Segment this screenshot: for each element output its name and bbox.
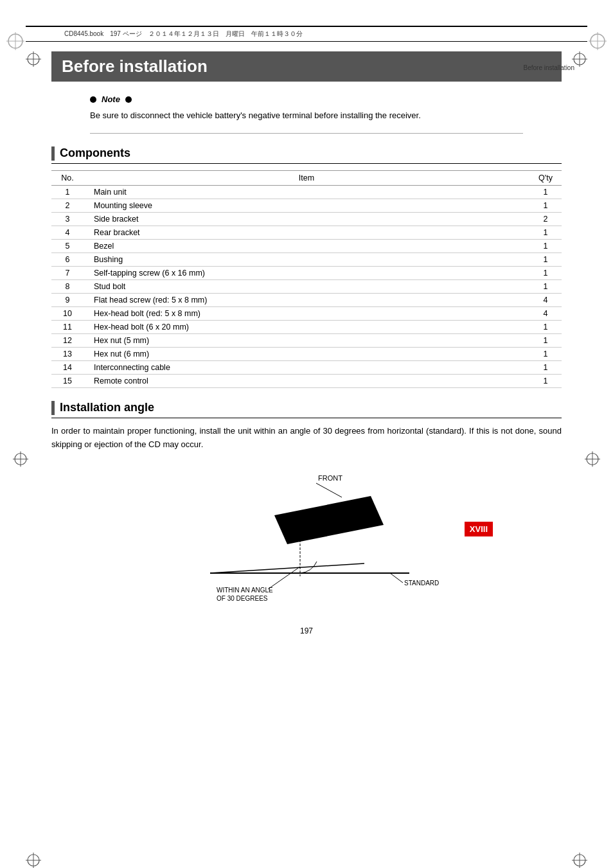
cell-no: 6	[51, 252, 84, 266]
cell-qty: 1	[529, 252, 562, 266]
corner-mark-tl	[6, 32, 24, 50]
cell-qty: 1	[529, 333, 562, 347]
cell-item: Bezel	[84, 239, 529, 252]
col-header-no: No.	[51, 170, 84, 185]
table-row: 14Interconnecting cable1	[51, 360, 562, 374]
header-label-text: Before installation	[524, 64, 575, 71]
cell-no: 4	[51, 226, 84, 239]
side-mark-right	[583, 450, 601, 470]
page-number: 197	[51, 626, 562, 635]
cell-no: 3	[51, 212, 84, 226]
svg-text:STANDARD: STANDARD	[404, 580, 439, 587]
table-row: 1Main unit1	[51, 185, 562, 199]
table-row: 3Side bracket2	[51, 212, 562, 226]
cell-no: 5	[51, 239, 84, 252]
cell-item: Stud bolt	[84, 279, 529, 293]
components-header: Components	[51, 146, 562, 164]
cell-item: Remote control	[84, 374, 529, 387]
cell-item: Rear bracket	[84, 226, 529, 239]
cell-qty: 1	[529, 360, 562, 374]
installation-angle-section: Installation angle In order to maintain …	[51, 401, 562, 608]
svg-text:FRONT: FRONT	[318, 474, 342, 482]
cell-qty: 1	[529, 320, 562, 333]
cell-qty: 1	[529, 199, 562, 212]
main-title: Before installation	[51, 51, 562, 82]
cell-qty: 1	[529, 279, 562, 293]
cell-qty: 1	[529, 347, 562, 360]
angle-diagram-svg: FRONT WITHIN AN ANGLE OF 30	[172, 464, 441, 605]
corner-mark-tr	[589, 32, 607, 50]
svg-line-32	[316, 483, 342, 497]
cell-qty: 1	[529, 266, 562, 279]
diagram-container: FRONT WITHIN AN ANGLE OF 30	[51, 464, 562, 607]
table-row: 4Rear bracket1	[51, 226, 562, 239]
col-header-item: Item	[84, 170, 529, 185]
note-label: Note	[102, 94, 120, 104]
table-row: 9Flat head screw (red: 5 x 8 mm)4	[51, 293, 562, 306]
cell-qty: 1	[529, 226, 562, 239]
xviii-badge: XVIII	[465, 522, 493, 536]
section-bar-angle	[51, 401, 55, 415]
inner-corner-mark-tl	[24, 50, 42, 68]
svg-marker-31	[274, 496, 384, 544]
cell-item: Self-tapping screw (6 x 16 mm)	[84, 266, 529, 279]
cell-item: Bushing	[84, 252, 529, 266]
cell-qty: 1	[529, 239, 562, 252]
cell-no: 1	[51, 185, 84, 199]
section-bar-components	[51, 146, 55, 161]
svg-line-40	[390, 573, 403, 583]
cell-no: 8	[51, 279, 84, 293]
components-table: No. Item Q'ty 1Main unit12Mounting sleev…	[51, 170, 562, 388]
side-mark-left	[12, 450, 30, 470]
table-row: 2Mounting sleeve1	[51, 199, 562, 212]
angle-header: Installation angle	[51, 401, 562, 418]
angle-title: Installation angle	[60, 401, 154, 414]
table-row: 11Hex-head bolt (6 x 20 mm)1	[51, 320, 562, 333]
cell-item: Main unit	[84, 185, 529, 199]
svg-text:OF 30 DEGREES: OF 30 DEGREES	[217, 595, 268, 602]
page: CD8445.book 197 ページ ２０１４年１２月１３日 月曜日 午前１１…	[0, 26, 613, 868]
header-right-label: Before installation	[524, 64, 575, 71]
cell-item: Hex nut (5 mm)	[84, 333, 529, 347]
angle-text: In order to maintain proper functioning,…	[51, 425, 562, 452]
note-dot-left	[90, 96, 96, 103]
col-header-qty: Q'ty	[529, 170, 562, 185]
note-text: Be sure to disconnect the vehicle batter…	[90, 109, 523, 123]
cell-no: 14	[51, 360, 84, 374]
table-row: 8Stud bolt1	[51, 279, 562, 293]
cell-qty: 4	[529, 306, 562, 320]
cell-item: Hex nut (6 mm)	[84, 347, 529, 360]
svg-line-35	[210, 563, 364, 573]
cell-no: 2	[51, 199, 84, 212]
cell-item: Hex-head bolt (red: 5 x 8 mm)	[84, 306, 529, 320]
components-title: Components	[60, 146, 130, 160]
svg-line-37	[268, 567, 300, 589]
cell-item: Hex-head bolt (6 x 20 mm)	[84, 320, 529, 333]
diagram: FRONT WITHIN AN ANGLE OF 30	[172, 464, 441, 607]
cell-item: Mounting sleeve	[84, 199, 529, 212]
cell-no: 12	[51, 333, 84, 347]
inner-corner-mark-bl	[24, 851, 42, 868]
cell-qty: 2	[529, 212, 562, 226]
note-header: Note	[90, 94, 523, 104]
svg-text:WITHIN AN ANGLE: WITHIN AN ANGLE	[217, 587, 273, 594]
table-row: 5Bezel1	[51, 239, 562, 252]
note-dot-right	[125, 96, 132, 103]
cell-qty: 1	[529, 374, 562, 387]
cell-no: 13	[51, 347, 84, 360]
table-row: 6Bushing1	[51, 252, 562, 266]
cell-qty: 4	[529, 293, 562, 306]
cell-qty: 1	[529, 185, 562, 199]
table-row: 7Self-tapping screw (6 x 16 mm)1	[51, 266, 562, 279]
content-area: Before installation Note Be sure to disc…	[0, 45, 613, 661]
table-row: 10Hex-head bolt (red: 5 x 8 mm)4	[51, 306, 562, 320]
cell-item: Flat head screw (red: 5 x 8 mm)	[84, 293, 529, 306]
cell-no: 7	[51, 266, 84, 279]
cell-no: 9	[51, 293, 84, 306]
cell-item: Side bracket	[84, 212, 529, 226]
table-row: 12Hex nut (5 mm)1	[51, 333, 562, 347]
note-section: Note Be sure to disconnect the vehicle b…	[90, 94, 523, 134]
cell-no: 10	[51, 306, 84, 320]
cell-item: Interconnecting cable	[84, 360, 529, 374]
table-row: 15Remote control1	[51, 374, 562, 387]
